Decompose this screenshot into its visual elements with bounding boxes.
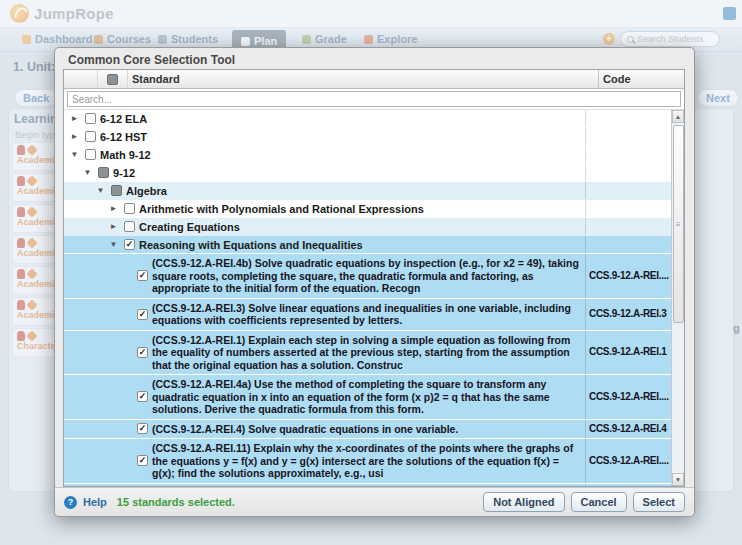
table-header: Standard Code — [64, 70, 684, 89]
standard-row[interactable]: (CCS.9-12.A-REI.12) Graph the solutions … — [64, 484, 671, 487]
standard-text: (CCS.9-12.A-REI.3) Solve linear equation… — [152, 302, 579, 327]
tree-label: Math 9-12 — [100, 149, 151, 161]
tree-label: Algebra — [126, 185, 167, 197]
dialog-footer: ? Help 15 standards selected. Not Aligne… — [55, 487, 694, 516]
row-checkbox[interactable] — [98, 167, 109, 178]
search-row — [64, 89, 684, 110]
expand-icon[interactable]: ► — [68, 114, 81, 123]
standard-code: CCS.9-12.A-REI.... — [585, 254, 671, 298]
standard-code — [585, 164, 671, 181]
row-checkbox[interactable] — [124, 221, 135, 232]
standard-row[interactable]: ✓(CCS.9-12.A-REI.1) Explain each step in… — [64, 331, 671, 376]
standard-code — [585, 146, 671, 163]
standards-table: Standard Code ►6-12 ELA►6-12 HST▼Math 9-… — [63, 69, 685, 487]
table-scrollbar[interactable]: ▲ ≡ ▼ — [671, 110, 684, 486]
scrollbar-grip-icon: ≡ — [676, 220, 681, 229]
screen: JumpRope Dashboard Courses Students Plan… — [0, 0, 742, 545]
standard-code: CCS.9-12.A-REI.... — [585, 375, 671, 419]
expand-icon[interactable]: ► — [107, 222, 120, 231]
standard-code — [585, 128, 671, 145]
scroll-down-icon[interactable]: ▼ — [672, 473, 684, 486]
standard-text: (CCS.9-12.A-REI.4) Solve quadratic equat… — [152, 423, 458, 436]
standard-code: CCS.9-12.A-REI.... — [585, 484, 671, 487]
collapse-icon[interactable]: ▼ — [81, 168, 94, 177]
row-checkbox[interactable] — [85, 131, 96, 142]
help-link[interactable]: Help — [83, 496, 107, 508]
standard-code — [585, 236, 671, 253]
standard-code: CCS.9-12.A-REI.... — [585, 439, 671, 483]
arrow-column-header — [64, 70, 98, 88]
tree-row[interactable]: ▼Math 9-12 — [64, 146, 671, 164]
row-checkbox[interactable]: ✓ — [137, 391, 148, 402]
standard-text: (CCS.9-12.A-REI.11) Explain why the x-co… — [152, 442, 579, 480]
tree-label: Reasoning with Equations and Inequalitie… — [139, 239, 363, 251]
standard-text: (CCS.9-12.A-REI.1) Explain each step in … — [152, 334, 579, 372]
standard-row[interactable]: ✓(CCS.9-12.A-REI.4) Solve quadratic equa… — [64, 420, 671, 440]
row-checkbox[interactable] — [124, 203, 135, 214]
row-checkbox[interactable]: ✓ — [137, 347, 148, 358]
dialog-title: Common Core Selection Tool — [55, 48, 694, 69]
tree-row[interactable]: ►6-12 HST — [64, 128, 671, 146]
standard-code — [585, 218, 671, 235]
scrollbar-thumb[interactable]: ≡ — [673, 125, 684, 323]
expand-icon[interactable]: ► — [107, 204, 120, 213]
standards-search-input[interactable] — [67, 91, 681, 107]
standard-row[interactable]: ✓(CCS.9-12.A-REI.11) Explain why the x-c… — [64, 439, 671, 484]
tree-label: 9-12 — [113, 167, 135, 179]
standard-row[interactable]: ✓(CCS.9-12.A-REI.4a) Use the method of c… — [64, 375, 671, 420]
select-all-checkbox[interactable] — [107, 74, 118, 85]
collapse-icon[interactable]: ▼ — [107, 240, 120, 249]
row-checkbox[interactable]: ✓ — [137, 423, 148, 434]
not-aligned-button[interactable]: Not Aligned — [483, 492, 564, 512]
row-checkbox[interactable]: ✓ — [137, 455, 148, 466]
selection-status: 15 standards selected. — [117, 496, 235, 508]
tree-row[interactable]: ►Arithmetic with Polynomials and Rationa… — [64, 200, 671, 218]
collapse-icon[interactable]: ▼ — [68, 150, 81, 159]
scroll-up-icon[interactable]: ▲ — [672, 110, 684, 123]
row-checkbox[interactable] — [85, 113, 96, 124]
row-checkbox[interactable] — [85, 149, 96, 160]
tree-label: 6-12 HST — [100, 131, 147, 143]
collapse-icon[interactable]: ▼ — [94, 186, 107, 195]
row-checkbox[interactable]: ✓ — [137, 309, 148, 320]
row-checkbox[interactable] — [111, 185, 122, 196]
standards-tree: ►6-12 ELA►6-12 HST▼Math 9-12▼9-12▼Algebr… — [64, 110, 671, 486]
expand-icon[interactable]: ► — [68, 132, 81, 141]
row-checkbox[interactable]: ✓ — [137, 270, 148, 281]
tree-row[interactable]: ▼9-12 — [64, 164, 671, 182]
standard-code: CCS.9-12.A-REI.1 — [585, 331, 671, 375]
common-core-dialog: Common Core Selection Tool Standard Code… — [54, 47, 695, 517]
standard-code: CCS.9-12.A-REI.3 — [585, 299, 671, 330]
standard-column-header: Standard — [128, 73, 598, 85]
tree-row[interactable]: ▼Algebra — [64, 182, 671, 200]
tree-row[interactable]: ►6-12 ELA — [64, 110, 671, 128]
row-checkbox[interactable]: ✓ — [124, 239, 135, 250]
standard-text: (CCS.9-12.A-REI.4b) Solve quadratic equa… — [152, 257, 579, 295]
help-icon[interactable]: ? — [64, 496, 77, 509]
cancel-button[interactable]: Cancel — [571, 492, 627, 512]
select-all-header — [98, 70, 128, 88]
standard-code — [585, 182, 671, 199]
code-column-header: Code — [598, 70, 684, 88]
standard-text: (CCS.9-12.A-REI.4a) Use the method of co… — [152, 378, 579, 416]
tree-row[interactable]: ►Creating Equations — [64, 218, 671, 236]
tree-label: Arithmetic with Polynomials and Rational… — [139, 203, 424, 215]
select-button[interactable]: Select — [633, 492, 685, 512]
standard-code — [585, 200, 671, 217]
standard-row[interactable]: ✓(CCS.9-12.A-REI.4b) Solve quadratic equ… — [64, 254, 671, 299]
table-body: ►6-12 ELA►6-12 HST▼Math 9-12▼9-12▼Algebr… — [64, 110, 684, 486]
tree-label: 6-12 ELA — [100, 113, 147, 125]
tree-label: Creating Equations — [139, 221, 240, 233]
standard-code — [585, 110, 671, 127]
tree-row[interactable]: ▼✓Reasoning with Equations and Inequalit… — [64, 236, 671, 254]
standard-code: CCS.9-12.A-REI.4 — [585, 420, 671, 439]
standard-row[interactable]: ✓(CCS.9-12.A-REI.3) Solve linear equatio… — [64, 299, 671, 331]
